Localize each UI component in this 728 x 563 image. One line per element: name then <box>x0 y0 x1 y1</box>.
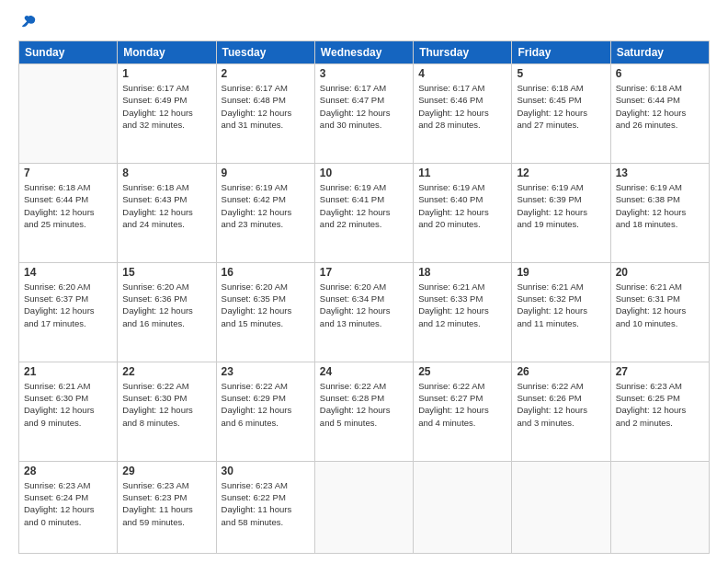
day-info: Sunrise: 6:21 AM Sunset: 6:30 PM Dayligh… <box>24 380 112 429</box>
day-info: Sunrise: 6:22 AM Sunset: 6:30 PM Dayligh… <box>122 380 210 429</box>
calendar-day-cell: 5Sunrise: 6:18 AM Sunset: 6:45 PM Daylig… <box>512 64 610 164</box>
day-number: 6 <box>616 67 704 80</box>
calendar-day-cell <box>610 461 709 553</box>
day-number: 2 <box>222 67 310 80</box>
calendar-day-cell: 1Sunrise: 6:17 AM Sunset: 6:49 PM Daylig… <box>118 64 216 164</box>
calendar-day-cell: 23Sunrise: 6:22 AM Sunset: 6:29 PM Dayli… <box>216 362 314 461</box>
calendar-day-cell: 30Sunrise: 6:23 AM Sunset: 6:22 PM Dayli… <box>216 461 314 553</box>
day-info: Sunrise: 6:22 AM Sunset: 6:29 PM Dayligh… <box>222 380 310 429</box>
day-info: Sunrise: 6:17 AM Sunset: 6:49 PM Dayligh… <box>122 82 210 131</box>
calendar-day-cell: 10Sunrise: 6:19 AM Sunset: 6:41 PM Dayli… <box>314 163 413 262</box>
day-info: Sunrise: 6:19 AM Sunset: 6:38 PM Dayligh… <box>616 181 704 230</box>
day-number: 27 <box>616 365 704 378</box>
weekday-header-monday: Monday <box>118 41 216 64</box>
day-number: 9 <box>222 167 310 179</box>
day-info: Sunrise: 6:18 AM Sunset: 6:44 PM Dayligh… <box>24 181 112 230</box>
day-number: 1 <box>122 67 210 80</box>
calendar-day-cell: 9Sunrise: 6:19 AM Sunset: 6:42 PM Daylig… <box>216 163 314 262</box>
header <box>18 15 710 31</box>
logo <box>18 15 37 31</box>
day-number: 13 <box>616 167 704 179</box>
day-number: 4 <box>418 67 506 80</box>
calendar-week-row: 7Sunrise: 6:18 AM Sunset: 6:44 PM Daylig… <box>19 163 710 262</box>
calendar-table: SundayMondayTuesdayWednesdayThursdayFrid… <box>18 40 710 554</box>
calendar-day-cell: 25Sunrise: 6:22 AM Sunset: 6:27 PM Dayli… <box>414 362 512 461</box>
calendar-day-cell: 12Sunrise: 6:19 AM Sunset: 6:39 PM Dayli… <box>512 163 610 262</box>
page: SundayMondayTuesdayWednesdayThursdayFrid… <box>0 0 728 563</box>
day-info: Sunrise: 6:23 AM Sunset: 6:24 PM Dayligh… <box>24 479 112 528</box>
day-number: 23 <box>222 365 310 378</box>
day-number: 14 <box>24 266 112 279</box>
calendar-day-cell: 21Sunrise: 6:21 AM Sunset: 6:30 PM Dayli… <box>19 362 118 461</box>
day-info: Sunrise: 6:17 AM Sunset: 6:48 PM Dayligh… <box>222 82 310 131</box>
day-number: 20 <box>616 266 704 279</box>
day-info: Sunrise: 6:22 AM Sunset: 6:27 PM Dayligh… <box>418 380 506 429</box>
day-number: 22 <box>122 365 210 378</box>
day-info: Sunrise: 6:20 AM Sunset: 6:36 PM Dayligh… <box>122 281 210 329</box>
calendar-day-cell: 18Sunrise: 6:21 AM Sunset: 6:33 PM Dayli… <box>414 262 512 362</box>
calendar-day-cell: 26Sunrise: 6:22 AM Sunset: 6:26 PM Dayli… <box>512 362 610 461</box>
calendar-day-cell: 22Sunrise: 6:22 AM Sunset: 6:30 PM Dayli… <box>118 362 216 461</box>
calendar-week-row: 1Sunrise: 6:17 AM Sunset: 6:49 PM Daylig… <box>19 64 710 164</box>
day-info: Sunrise: 6:23 AM Sunset: 6:22 PM Dayligh… <box>222 479 310 528</box>
calendar-day-cell <box>19 64 118 164</box>
calendar-day-cell: 24Sunrise: 6:22 AM Sunset: 6:28 PM Dayli… <box>314 362 413 461</box>
day-number: 29 <box>122 465 210 477</box>
day-number: 11 <box>418 167 506 179</box>
day-info: Sunrise: 6:18 AM Sunset: 6:45 PM Dayligh… <box>517 82 605 131</box>
logo-bird-icon <box>20 15 37 31</box>
day-info: Sunrise: 6:17 AM Sunset: 6:46 PM Dayligh… <box>418 82 506 131</box>
day-number: 7 <box>24 167 112 179</box>
day-info: Sunrise: 6:20 AM Sunset: 6:34 PM Dayligh… <box>320 281 408 329</box>
day-number: 16 <box>222 266 310 279</box>
day-info: Sunrise: 6:19 AM Sunset: 6:41 PM Dayligh… <box>320 181 408 230</box>
calendar-day-cell <box>512 461 610 553</box>
day-info: Sunrise: 6:21 AM Sunset: 6:31 PM Dayligh… <box>616 281 704 329</box>
calendar-header-row: SundayMondayTuesdayWednesdayThursdayFrid… <box>19 41 710 64</box>
calendar-week-row: 21Sunrise: 6:21 AM Sunset: 6:30 PM Dayli… <box>19 362 710 461</box>
day-info: Sunrise: 6:17 AM Sunset: 6:47 PM Dayligh… <box>320 82 408 131</box>
day-number: 28 <box>24 465 112 477</box>
weekday-header-thursday: Thursday <box>414 41 512 64</box>
weekday-header-sunday: Sunday <box>19 41 118 64</box>
calendar-day-cell: 15Sunrise: 6:20 AM Sunset: 6:36 PM Dayli… <box>118 262 216 362</box>
calendar-day-cell: 3Sunrise: 6:17 AM Sunset: 6:47 PM Daylig… <box>314 64 413 164</box>
calendar-day-cell: 27Sunrise: 6:23 AM Sunset: 6:25 PM Dayli… <box>610 362 709 461</box>
weekday-header-tuesday: Tuesday <box>216 41 314 64</box>
day-number: 10 <box>320 167 408 179</box>
calendar-day-cell: 20Sunrise: 6:21 AM Sunset: 6:31 PM Dayli… <box>610 262 709 362</box>
calendar-day-cell: 29Sunrise: 6:23 AM Sunset: 6:23 PM Dayli… <box>118 461 216 553</box>
calendar-day-cell: 4Sunrise: 6:17 AM Sunset: 6:46 PM Daylig… <box>414 64 512 164</box>
day-number: 5 <box>517 67 605 80</box>
day-info: Sunrise: 6:22 AM Sunset: 6:26 PM Dayligh… <box>517 380 605 429</box>
day-info: Sunrise: 6:21 AM Sunset: 6:32 PM Dayligh… <box>517 281 605 329</box>
weekday-header-saturday: Saturday <box>610 41 709 64</box>
calendar-day-cell: 19Sunrise: 6:21 AM Sunset: 6:32 PM Dayli… <box>512 262 610 362</box>
calendar-day-cell: 16Sunrise: 6:20 AM Sunset: 6:35 PM Dayli… <box>216 262 314 362</box>
day-info: Sunrise: 6:19 AM Sunset: 6:40 PM Dayligh… <box>418 181 506 230</box>
day-number: 8 <box>122 167 210 179</box>
logo-text <box>18 15 37 31</box>
day-number: 17 <box>320 266 408 279</box>
weekday-header-friday: Friday <box>512 41 610 64</box>
calendar-day-cell: 11Sunrise: 6:19 AM Sunset: 6:40 PM Dayli… <box>414 163 512 262</box>
calendar-day-cell: 6Sunrise: 6:18 AM Sunset: 6:44 PM Daylig… <box>610 64 709 164</box>
day-info: Sunrise: 6:18 AM Sunset: 6:43 PM Dayligh… <box>122 181 210 230</box>
day-info: Sunrise: 6:22 AM Sunset: 6:28 PM Dayligh… <box>320 380 408 429</box>
day-number: 12 <box>517 167 605 179</box>
day-info: Sunrise: 6:23 AM Sunset: 6:25 PM Dayligh… <box>616 380 704 429</box>
calendar-week-row: 14Sunrise: 6:20 AM Sunset: 6:37 PM Dayli… <box>19 262 710 362</box>
calendar-day-cell <box>314 461 413 553</box>
day-number: 24 <box>320 365 408 378</box>
weekday-header-wednesday: Wednesday <box>314 41 413 64</box>
calendar-day-cell: 28Sunrise: 6:23 AM Sunset: 6:24 PM Dayli… <box>19 461 118 553</box>
day-info: Sunrise: 6:19 AM Sunset: 6:39 PM Dayligh… <box>517 181 605 230</box>
day-info: Sunrise: 6:23 AM Sunset: 6:23 PM Dayligh… <box>122 479 210 528</box>
day-info: Sunrise: 6:18 AM Sunset: 6:44 PM Dayligh… <box>616 82 704 131</box>
calendar-week-row: 28Sunrise: 6:23 AM Sunset: 6:24 PM Dayli… <box>19 461 710 553</box>
calendar-day-cell: 2Sunrise: 6:17 AM Sunset: 6:48 PM Daylig… <box>216 64 314 164</box>
day-info: Sunrise: 6:20 AM Sunset: 6:35 PM Dayligh… <box>222 281 310 329</box>
calendar-day-cell: 17Sunrise: 6:20 AM Sunset: 6:34 PM Dayli… <box>314 262 413 362</box>
day-number: 21 <box>24 365 112 378</box>
calendar-day-cell: 8Sunrise: 6:18 AM Sunset: 6:43 PM Daylig… <box>118 163 216 262</box>
